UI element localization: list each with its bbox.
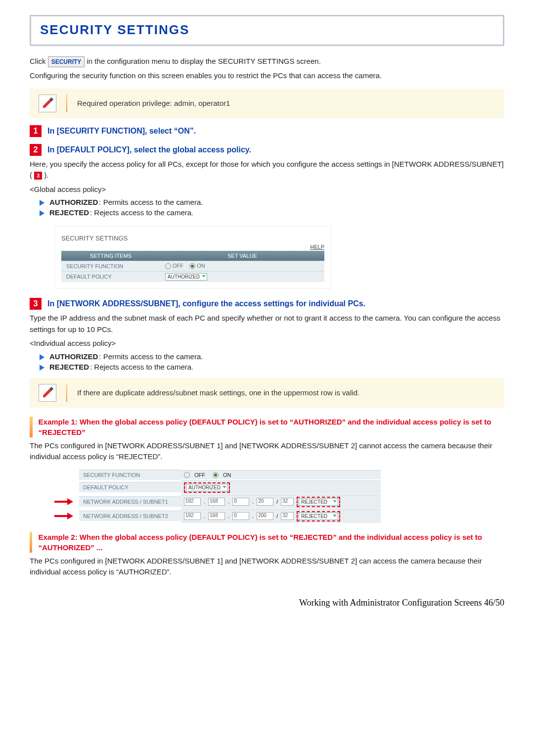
step-2: 2 In [DEFAULT POLICY], select the global… [30,144,504,156]
highlight-box: REJECTED [297,511,340,521]
example-bar [30,417,33,437]
step-1: 1 In [SECURITY FUNCTION], select “ON”. [30,125,504,137]
radio-off[interactable] [184,472,190,478]
note-separator [66,94,67,112]
example-1-body: The PCs configured in [NETWORK ADDRESS/S… [30,440,504,463]
security-menu-button[interactable]: SECURITY [48,56,85,67]
step-3-desc: Type the IP address and the subnet mask … [30,313,504,335]
ip-octet-input[interactable]: 192 [184,498,201,506]
ip-octet-input[interactable]: 168 [208,512,225,520]
ip-octet-input[interactable]: 168 [208,498,225,506]
individual-policy-heading: <Individual access policy> [30,338,504,349]
help-link[interactable]: HELP [61,244,324,250]
highlight-box: AUTHORIZED [184,482,230,493]
callout-arrow-icon [54,498,74,505]
pen-icon [39,384,56,402]
bullet-rejected: REJECTED: Rejects access to the camera. [30,208,504,217]
shot-header: SETTING ITEMS SET VALUE [61,251,324,261]
subnet-policy-select[interactable]: REJECTED [299,498,338,506]
global-policy-heading: <Global access policy> [30,184,504,195]
intro-line1: Click SECURITY in the configuration menu… [30,56,504,67]
ip-octet-input[interactable]: 192 [184,512,201,520]
subnet-policy-select[interactable]: REJECTED [299,513,338,520]
page-title: SECURITY SETTINGS [40,22,494,38]
duplicate-note-text: If there are duplicate address/subnet ma… [77,388,359,397]
step-3-title: In [NETWORK ADDRESS/SUBNET], configure t… [47,299,365,308]
arrow-icon [40,200,44,206]
security-settings-screenshot: SECURITY SETTINGS HELP SETTING ITEMS SET… [54,226,331,289]
radio-off[interactable] [165,263,171,269]
page-footer: Working with Administrator Configuration… [30,598,504,608]
privilege-note: Required operation privilege: admin, ope… [30,89,504,118]
pen-icon [39,94,56,112]
step-number-1: 1 [30,125,42,137]
subnet-input[interactable]: 32 [281,498,294,506]
bullet-authorized: AUTHORIZED: Permits access to the camera… [30,198,504,206]
privilege-text: Required operation privilege: admin, ope… [77,99,230,107]
step-3: 3 In [NETWORK ADDRESS/SUBNET], configure… [30,298,504,310]
inline-step-ref-3: 3 [34,172,42,180]
bullet-authorized-2: AUTHORIZED: Permits access to the camera… [30,352,504,361]
step-number-2: 2 [30,144,42,156]
ip-octet-input[interactable]: 0 [232,512,249,520]
default-policy-select[interactable]: AUTHORIZED [165,273,207,281]
arrow-icon [40,354,44,360]
intro-line2: Configuring the security function on thi… [30,70,504,82]
shot-row-security-function: SECURITY FUNCTION OFF ON [61,261,324,271]
step-2-desc: Here, you specify the access policy for … [30,159,504,181]
example-1-heading: Example 1: When the global access policy… [30,417,504,437]
note-separator [66,384,67,402]
ip-octet-input[interactable]: 20 [257,498,273,506]
ip-octet-input[interactable]: 200 [257,512,273,520]
callout-arrow-icon [54,513,74,520]
example-2-heading: Example 2: When the global access policy… [30,532,504,553]
default-policy-select[interactable]: AUTHORIZED [186,484,228,491]
highlight-box: REJECTED [297,497,340,507]
duplicate-note: If there are duplicate address/subnet ma… [30,378,504,408]
arrow-icon [40,365,44,371]
radio-on[interactable] [189,263,195,269]
radio-on[interactable] [213,472,219,478]
example-1-screenshot: SECURITY FUNCTION OFF ON DEFAULT POLICY … [54,470,381,523]
subnet-input[interactable]: 32 [281,512,294,520]
shot-title: SECURITY SETTINGS [61,235,324,242]
page-title-box: SECURITY SETTINGS [30,15,504,46]
step-number-3: 3 [30,298,42,310]
example-bar [30,532,32,553]
bullet-rejected-2: REJECTED: Rejects access to the camera. [30,363,504,371]
example-2-body: The PCs configured in [NETWORK ADDRESS/S… [30,556,504,578]
step-1-title: In [SECURITY FUNCTION], select “ON”. [47,127,196,136]
ip-octet-input[interactable]: 0 [232,498,249,506]
step-2-title: In [DEFAULT POLICY], select the global a… [47,145,251,154]
arrow-icon [40,210,44,216]
shot-row-default-policy: DEFAULT POLICY AUTHORIZED [61,271,324,282]
